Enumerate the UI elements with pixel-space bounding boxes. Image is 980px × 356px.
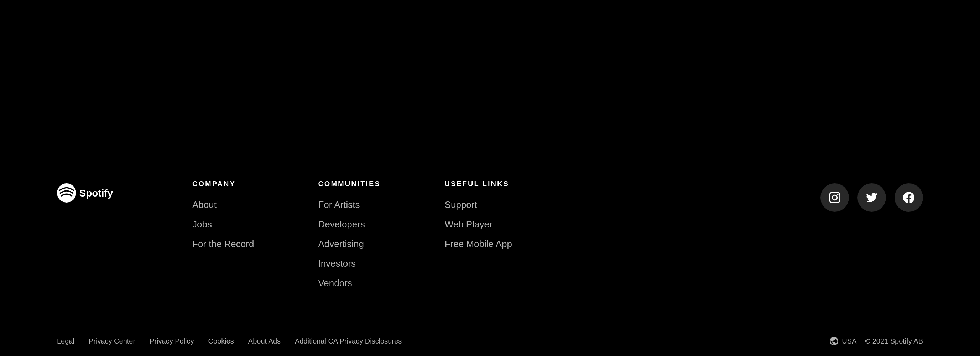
communities-title: COMMUNITIES — [318, 180, 380, 188]
region-label: USA — [842, 337, 856, 345]
communities-link-for-artists[interactable]: For Artists — [318, 199, 380, 210]
globe-icon — [830, 337, 838, 345]
company-link-about[interactable]: About — [192, 199, 254, 210]
privacy-policy-link[interactable]: Privacy Policy — [150, 337, 194, 345]
footer-col-communities: COMMUNITIES For Artists Developers Adver… — [318, 180, 380, 297]
twitter-button[interactable] — [858, 183, 886, 212]
footer-col-useful-links: USEFUL LINKS Support Web Player Free Mob… — [445, 180, 512, 297]
instagram-icon — [829, 192, 840, 203]
useful-link-support[interactable]: Support — [445, 199, 512, 210]
region-selector[interactable]: USA — [830, 337, 856, 345]
company-title: COMPANY — [192, 180, 254, 188]
ca-privacy-link[interactable]: Additional CA Privacy Disclosures — [295, 337, 402, 345]
copyright-text: © 2021 Spotify AB — [865, 337, 923, 345]
cookies-link[interactable]: Cookies — [208, 337, 234, 345]
legal-link[interactable]: Legal — [57, 337, 75, 345]
footer-nav: COMPANY About Jobs For the Record COMMUN… — [121, 180, 821, 297]
footer-main: Spotify COMPANY About Jobs For the Recor… — [0, 159, 980, 326]
about-ads-link[interactable]: About Ads — [248, 337, 281, 345]
spotify-logo-icon: Spotify — [57, 183, 121, 203]
svg-text:Spotify: Spotify — [80, 188, 113, 199]
footer-logo: Spotify — [57, 180, 121, 203]
instagram-button[interactable] — [821, 183, 849, 212]
useful-link-web-player[interactable]: Web Player — [445, 219, 512, 230]
communities-link-advertising[interactable]: Advertising — [318, 238, 380, 250]
twitter-icon — [866, 192, 877, 203]
company-link-for-the-record[interactable]: For the Record — [192, 238, 254, 250]
communities-link-developers[interactable]: Developers — [318, 219, 380, 230]
useful-link-free-mobile-app[interactable]: Free Mobile App — [445, 238, 512, 250]
useful-links-title: USEFUL LINKS — [445, 180, 512, 188]
footer-col-company: COMPANY About Jobs For the Record — [192, 180, 254, 297]
facebook-icon — [903, 192, 915, 203]
footer-bottom-right: USA © 2021 Spotify AB — [830, 337, 923, 345]
facebook-button[interactable] — [894, 183, 923, 212]
communities-link-investors[interactable]: Investors — [318, 258, 380, 269]
communities-link-vendors[interactable]: Vendors — [318, 278, 380, 289]
company-link-jobs[interactable]: Jobs — [192, 219, 254, 230]
footer-bottom-links: Legal Privacy Center Privacy Policy Cook… — [57, 337, 402, 345]
footer-bottom: Legal Privacy Center Privacy Policy Cook… — [0, 326, 980, 356]
privacy-center-link[interactable]: Privacy Center — [89, 337, 135, 345]
footer-social — [821, 180, 923, 212]
